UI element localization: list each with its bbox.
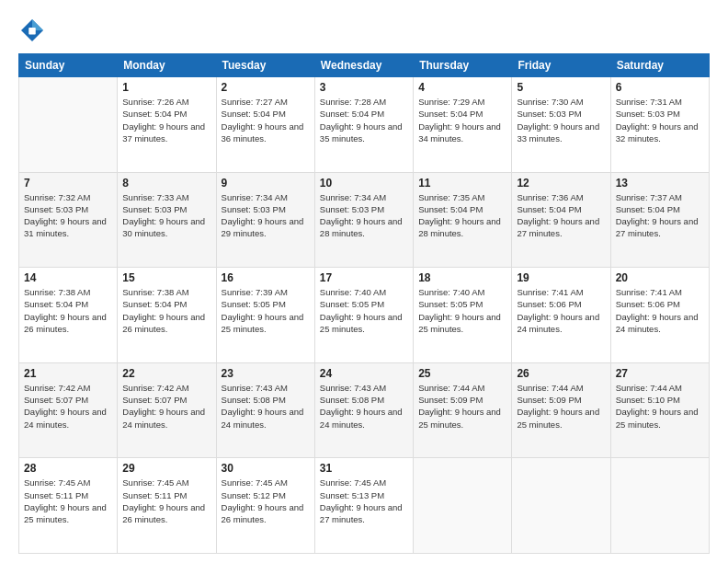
day-number: 23 (222, 367, 310, 380)
day-cell: 1Sunrise: 7:26 AMSunset: 5:04 PMDaylight… (118, 77, 216, 173)
day-number: 18 (418, 271, 506, 284)
day-number: 3 (320, 81, 408, 94)
day-info: Sunrise: 7:36 AMSunset: 5:04 PMDaylight:… (517, 191, 605, 240)
day-cell: 12Sunrise: 7:36 AMSunset: 5:04 PMDayligh… (512, 172, 610, 268)
day-cell: 15Sunrise: 7:38 AMSunset: 5:04 PMDayligh… (118, 268, 216, 363)
day-cell: 28Sunrise: 7:45 AMSunset: 5:11 PMDayligh… (19, 458, 118, 554)
day-header-tuesday: Tuesday (216, 54, 314, 77)
day-number: 27 (616, 367, 704, 380)
day-number: 6 (616, 81, 704, 94)
day-info: Sunrise: 7:45 AMSunset: 5:12 PMDaylight:… (222, 477, 310, 525)
day-cell: 6Sunrise: 7:31 AMSunset: 5:03 PMDaylight… (610, 77, 709, 173)
day-info: Sunrise: 7:34 AMSunset: 5:03 PMDaylight:… (222, 191, 310, 240)
day-cell: 22Sunrise: 7:42 AMSunset: 5:07 PMDayligh… (118, 362, 216, 458)
day-header-sunday: Sunday (19, 54, 118, 77)
day-header-saturday: Saturday (610, 54, 709, 77)
day-cell: 26Sunrise: 7:44 AMSunset: 5:09 PMDayligh… (512, 362, 610, 458)
day-info: Sunrise: 7:42 AMSunset: 5:07 PMDaylight:… (24, 382, 112, 431)
day-info: Sunrise: 7:30 AMSunset: 5:03 PMDaylight:… (517, 96, 605, 144)
day-info: Sunrise: 7:39 AMSunset: 5:05 PMDaylight:… (222, 286, 310, 335)
day-cell: 24Sunrise: 7:43 AMSunset: 5:08 PMDayligh… (314, 362, 413, 458)
day-info: Sunrise: 7:43 AMSunset: 5:08 PMDaylight:… (320, 382, 408, 431)
day-cell (610, 458, 709, 554)
day-number: 16 (222, 271, 310, 284)
day-number: 13 (616, 177, 704, 190)
week-row-2: 7Sunrise: 7:32 AMSunset: 5:03 PMDaylight… (19, 172, 710, 268)
day-info: Sunrise: 7:45 AMSunset: 5:13 PMDaylight:… (320, 477, 408, 525)
day-cell (512, 458, 610, 554)
day-number: 25 (418, 367, 506, 380)
day-header-wednesday: Wednesday (314, 54, 413, 77)
day-info: Sunrise: 7:33 AMSunset: 5:03 PMDaylight:… (122, 191, 210, 240)
day-info: Sunrise: 7:32 AMSunset: 5:03 PMDaylight:… (24, 191, 112, 240)
day-info: Sunrise: 7:42 AMSunset: 5:07 PMDaylight:… (122, 382, 210, 431)
day-info: Sunrise: 7:28 AMSunset: 5:04 PMDaylight:… (320, 96, 408, 144)
day-info: Sunrise: 7:29 AMSunset: 5:04 PMDaylight:… (418, 96, 506, 144)
day-number: 26 (517, 367, 605, 380)
day-info: Sunrise: 7:40 AMSunset: 5:05 PMDaylight:… (418, 286, 506, 335)
day-number: 30 (222, 462, 310, 475)
day-header-monday: Monday (118, 54, 216, 77)
day-info: Sunrise: 7:38 AMSunset: 5:04 PMDaylight:… (122, 286, 210, 335)
day-number: 9 (222, 177, 310, 190)
header (18, 17, 710, 44)
day-number: 22 (122, 367, 210, 380)
day-number: 14 (24, 271, 112, 284)
day-number: 15 (122, 271, 210, 284)
header-row: SundayMondayTuesdayWednesdayThursdayFrid… (19, 54, 710, 77)
week-row-3: 14Sunrise: 7:38 AMSunset: 5:04 PMDayligh… (19, 268, 710, 363)
day-info: Sunrise: 7:45 AMSunset: 5:11 PMDaylight:… (24, 477, 112, 525)
calendar: SundayMondayTuesdayWednesdayThursdayFrid… (18, 53, 710, 554)
day-number: 5 (517, 81, 605, 94)
day-info: Sunrise: 7:37 AMSunset: 5:04 PMDaylight:… (616, 191, 704, 240)
day-cell (19, 77, 118, 173)
day-cell: 31Sunrise: 7:45 AMSunset: 5:13 PMDayligh… (314, 458, 413, 554)
day-cell: 8Sunrise: 7:33 AMSunset: 5:03 PMDaylight… (118, 172, 216, 268)
day-cell: 18Sunrise: 7:40 AMSunset: 5:05 PMDayligh… (414, 268, 512, 363)
day-number: 11 (418, 177, 506, 190)
day-cell (414, 458, 512, 554)
day-number: 31 (320, 462, 408, 475)
logo (18, 17, 50, 44)
day-cell: 7Sunrise: 7:32 AMSunset: 5:03 PMDaylight… (19, 172, 118, 268)
day-cell: 21Sunrise: 7:42 AMSunset: 5:07 PMDayligh… (19, 362, 118, 458)
day-info: Sunrise: 7:44 AMSunset: 5:10 PMDaylight:… (616, 382, 704, 431)
day-number: 19 (517, 271, 605, 284)
week-row-1: 1Sunrise: 7:26 AMSunset: 5:04 PMDaylight… (19, 77, 710, 173)
day-info: Sunrise: 7:40 AMSunset: 5:05 PMDaylight:… (320, 286, 408, 335)
svg-rect-2 (28, 28, 36, 35)
day-header-thursday: Thursday (414, 54, 512, 77)
day-info: Sunrise: 7:44 AMSunset: 5:09 PMDaylight:… (517, 382, 605, 431)
day-cell: 27Sunrise: 7:44 AMSunset: 5:10 PMDayligh… (610, 362, 709, 458)
day-info: Sunrise: 7:31 AMSunset: 5:03 PMDaylight:… (616, 96, 704, 144)
day-number: 29 (122, 462, 210, 475)
day-info: Sunrise: 7:41 AMSunset: 5:06 PMDaylight:… (616, 286, 704, 335)
day-cell: 9Sunrise: 7:34 AMSunset: 5:03 PMDaylight… (216, 172, 314, 268)
day-cell: 20Sunrise: 7:41 AMSunset: 5:06 PMDayligh… (610, 268, 709, 363)
day-cell: 30Sunrise: 7:45 AMSunset: 5:12 PMDayligh… (216, 458, 314, 554)
day-info: Sunrise: 7:35 AMSunset: 5:04 PMDaylight:… (418, 191, 506, 240)
day-number: 1 (122, 81, 210, 94)
day-number: 8 (122, 177, 210, 190)
day-info: Sunrise: 7:34 AMSunset: 5:03 PMDaylight:… (320, 191, 408, 240)
day-cell: 29Sunrise: 7:45 AMSunset: 5:11 PMDayligh… (118, 458, 216, 554)
day-info: Sunrise: 7:26 AMSunset: 5:04 PMDaylight:… (122, 96, 210, 144)
day-header-friday: Friday (512, 54, 610, 77)
day-number: 24 (320, 367, 408, 380)
day-number: 7 (24, 177, 112, 190)
day-cell: 3Sunrise: 7:28 AMSunset: 5:04 PMDaylight… (314, 77, 413, 173)
day-number: 2 (222, 81, 310, 94)
day-cell: 10Sunrise: 7:34 AMSunset: 5:03 PMDayligh… (314, 172, 413, 268)
day-number: 20 (616, 271, 704, 284)
day-info: Sunrise: 7:45 AMSunset: 5:11 PMDaylight:… (122, 477, 210, 525)
day-number: 21 (24, 367, 112, 380)
day-info: Sunrise: 7:38 AMSunset: 5:04 PMDaylight:… (24, 286, 112, 335)
day-number: 12 (517, 177, 605, 190)
day-cell: 14Sunrise: 7:38 AMSunset: 5:04 PMDayligh… (19, 268, 118, 363)
page: SundayMondayTuesdayWednesdayThursdayFrid… (0, 0, 728, 563)
logo-icon (18, 17, 46, 44)
day-cell: 2Sunrise: 7:27 AMSunset: 5:04 PMDaylight… (216, 77, 314, 173)
day-cell: 17Sunrise: 7:40 AMSunset: 5:05 PMDayligh… (314, 268, 413, 363)
day-number: 28 (24, 462, 112, 475)
week-row-5: 28Sunrise: 7:45 AMSunset: 5:11 PMDayligh… (19, 458, 710, 554)
